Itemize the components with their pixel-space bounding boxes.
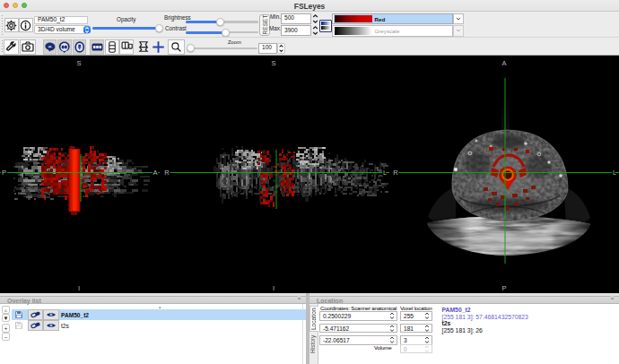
svg-text:P: P [501, 284, 506, 292]
svg-text:L: L [383, 169, 387, 177]
svg-text:S: S [271, 59, 275, 67]
svg-text:R: R [393, 169, 398, 177]
svg-text:A: A [501, 59, 506, 67]
svg-text:I: I [78, 284, 80, 292]
svg-text:I: I [273, 284, 275, 292]
svg-text:R: R [164, 169, 170, 177]
svg-text:L: L [613, 169, 616, 177]
svg-text:S: S [76, 59, 81, 67]
svg-text:A: A [153, 169, 157, 177]
svg-text:P: P [2, 169, 6, 177]
